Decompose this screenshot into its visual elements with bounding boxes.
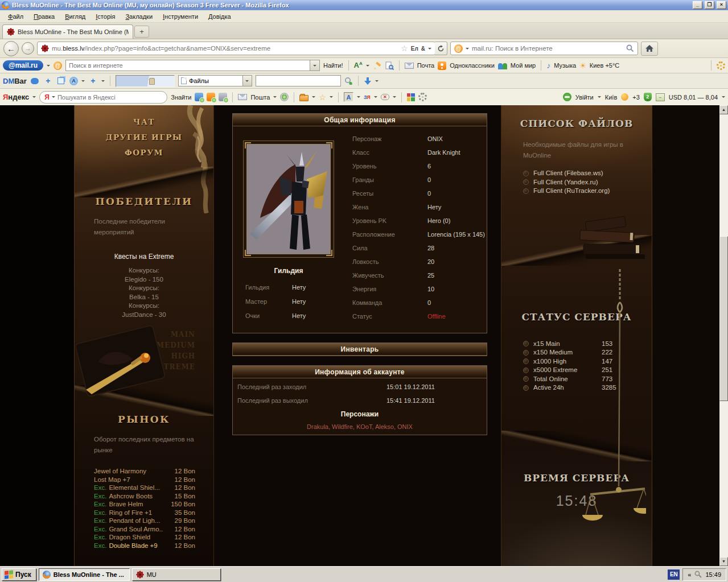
page-search-icon[interactable]	[385, 61, 394, 70]
vertical-scrollbar[interactable]: ▲ ▼	[719, 105, 728, 566]
market-item[interactable]: Exc.Brave Helm150 Bon	[94, 500, 195, 509]
spellcheck-dropdown[interactable]	[357, 96, 360, 100]
menu-view[interactable]: Вигляд	[60, 11, 90, 22]
yandex-logo[interactable]: Яндекс	[3, 93, 29, 101]
file-link-row[interactable]: Full Client (Yandex.ru)	[523, 178, 652, 187]
reload-button[interactable]	[435, 42, 447, 55]
fb-icon[interactable]	[219, 93, 227, 101]
characters-links[interactable]: Drakula, Wildfire, KOoT, Alekso, ONIX	[237, 423, 482, 430]
server-link-extreme[interactable]: EXTREME	[75, 362, 195, 373]
currency-rates[interactable]: USD 8,01 — 8,04	[669, 94, 718, 101]
ok-icon[interactable]	[207, 93, 215, 101]
vk-icon[interactable]	[195, 93, 203, 101]
weather-link[interactable]: Киев +5°C	[590, 62, 619, 69]
mailru-logo[interactable]: @mail.ru	[3, 60, 43, 71]
market-item[interactable]: Exc.Dragon Shield12 Bon	[94, 533, 195, 542]
url-dropdown-arrow[interactable]	[428, 48, 431, 51]
file-link[interactable]: Full Client (RuTracker.org)	[533, 187, 610, 196]
mailru-settings-gear-icon[interactable]	[717, 61, 725, 70]
sidebar-item-forum[interactable]: ФОРУМ	[75, 145, 213, 160]
search-magnifier-icon[interactable]	[626, 44, 634, 52]
yandex-mail-link[interactable]: Пошта	[250, 94, 270, 101]
globe-dropdown[interactable]	[81, 80, 85, 84]
mailru-toolbar-search-icon[interactable]: @	[54, 61, 62, 70]
translate-dropdown[interactable]	[374, 96, 377, 100]
minimize-button[interactable]: _	[693, 1, 702, 9]
market-item[interactable]: Exc.Pendant of Ligh...29 Bon	[94, 517, 195, 525]
moy-mir-link[interactable]: Мой мир	[511, 62, 536, 69]
mailru-search-history-arrow[interactable]	[310, 60, 320, 71]
sidebar-item-other-games[interactable]: ДРУГИЕ ИГРЫ	[75, 130, 213, 145]
forward-button[interactable]: →	[22, 42, 34, 55]
mailru-mail-link[interactable]: Почта	[417, 62, 435, 69]
yandex-mail-dropdown[interactable]	[273, 96, 277, 100]
scrollbar-thumb[interactable]	[719, 236, 728, 401]
bookmark-star-icon[interactable]: ☆	[401, 44, 408, 53]
download-icon[interactable]	[364, 77, 372, 85]
inventory-panel[interactable]: Инвентарь	[232, 342, 487, 356]
search-engine-dropdown[interactable]	[466, 48, 469, 51]
city-label[interactable]: Київ	[605, 94, 617, 101]
yandex-search-dropdown[interactable]	[52, 96, 55, 100]
odnoklassniki-link[interactable]: Одноклассники	[450, 62, 495, 69]
font-size-dropdown[interactable]	[366, 65, 369, 68]
extension-icon-translate[interactable]: Ел	[411, 46, 418, 52]
server-link-medium[interactable]: MEDIUM	[75, 340, 195, 351]
add-icon[interactable]: +	[43, 76, 53, 86]
translate-icon[interactable]: ЗЯ	[364, 94, 371, 100]
home-button[interactable]	[641, 42, 658, 56]
temperature-badge[interactable]: +3	[632, 94, 640, 101]
restore-button[interactable]: ❐	[705, 1, 714, 9]
dmbar-logo[interactable]: DMBar	[3, 77, 27, 85]
apps-cube-icon[interactable]	[407, 93, 415, 101]
back-button[interactable]: ←	[3, 41, 19, 56]
music-link[interactable]: Музыка	[554, 62, 576, 69]
market-item[interactable]: Exc.Elemental Shiel...12 Bon	[94, 484, 195, 492]
login-link[interactable]: Увійти	[575, 94, 594, 101]
tab-active[interactable]: Bless MuOnline - The Best Mu Online (MU,…	[2, 24, 133, 39]
start-button[interactable]: Пуск	[2, 568, 36, 581]
yandex-search-input[interactable]	[57, 94, 162, 101]
download-dropdown[interactable]	[375, 80, 379, 84]
folder-icon[interactable]	[299, 95, 309, 101]
file-link-row[interactable]: Full Client (Filebase.ws)	[523, 169, 652, 178]
spellcheck-icon[interactable]: А	[344, 92, 353, 102]
taskbar-task-mu[interactable]: MU	[132, 568, 221, 581]
server-link-high[interactable]: HIGH	[75, 351, 195, 362]
menu-file[interactable]: Файл	[3, 11, 28, 22]
market-item[interactable]: Jewel of Harmony12 Bon	[94, 467, 195, 476]
services-circle-icon[interactable]	[280, 93, 289, 101]
scroll-down-button[interactable]: ▼	[719, 557, 728, 566]
login-dropdown[interactable]	[598, 96, 601, 100]
yandex-find-button[interactable]: Знайти	[171, 94, 191, 101]
menu-tools[interactable]: Інструменти	[158, 11, 203, 22]
taskbar-task-firefox[interactable]: Bless MuOnline - The ...	[39, 568, 130, 581]
browser-search-input[interactable]	[472, 45, 623, 52]
star-dropdown[interactable]	[330, 96, 333, 100]
market-item[interactable]: Lost Map +712 Bon	[94, 476, 195, 484]
menu-bookmarks[interactable]: Закладки	[121, 11, 157, 22]
menu-history[interactable]: Історія	[91, 11, 120, 22]
chat-bubble-icon[interactable]	[30, 76, 40, 86]
sidebar-item-chat[interactable]: ЧАТ	[75, 114, 213, 130]
currency-dropdown[interactable]	[722, 96, 725, 100]
new-tab-button[interactable]: +	[134, 26, 149, 38]
market-item[interactable]: Exc.Grand Soul Armo...12 Bon	[94, 525, 195, 534]
dmbar-search-icon[interactable]	[344, 77, 353, 85]
yandex-search-box[interactable]: Я	[39, 91, 167, 104]
dmbar-search-input[interactable]	[256, 75, 341, 86]
tray-magnifier-icon[interactable]	[694, 571, 702, 578]
globe-letter-icon[interactable]: A	[69, 77, 78, 85]
language-indicator[interactable]: EN	[668, 569, 680, 580]
mailru-logo-dropdown[interactable]	[47, 65, 50, 68]
tray-expand-chevron[interactable]: «	[688, 571, 691, 578]
market-item[interactable]: Exc.Ashcrow Boots15 Bon	[94, 492, 195, 501]
pages-icon[interactable]	[56, 76, 66, 86]
yandex-settings-gear-icon[interactable]	[418, 93, 427, 101]
extension-icon-ampersand[interactable]: &	[421, 46, 425, 52]
block-bubble-icon[interactable]: ✕	[381, 94, 389, 100]
highlighter-icon[interactable]	[373, 61, 382, 70]
mailru-search-input[interactable]	[65, 60, 310, 71]
file-link[interactable]: Full Client (Yandex.ru)	[533, 178, 598, 187]
font-size-icon[interactable]: AA	[354, 61, 363, 69]
